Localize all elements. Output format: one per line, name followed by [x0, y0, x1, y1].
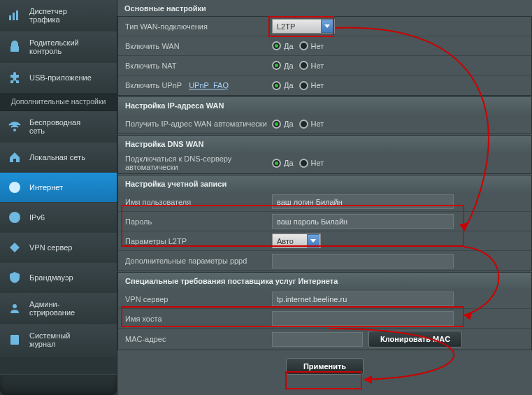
sidebar-item-traffic[interactable]: Диспетчер трафика	[0, 0, 117, 31]
svg-rect-2	[16, 10, 18, 20]
radio-nat-no[interactable]: Нет	[299, 61, 324, 70]
label-enable-wan: Включить WAN	[118, 42, 272, 50]
radio-dns-no[interactable]: Нет	[299, 159, 324, 168]
label-dns-auto: Подключаться к DNS-серверу автоматически	[118, 155, 272, 171]
sidebar-item-usb[interactable]: USB-приложение	[0, 63, 117, 93]
vpn-icon	[7, 240, 22, 255]
label-conn-type: Тип WAN-подключения	[118, 22, 272, 31]
chevron-down-icon	[321, 20, 333, 33]
radio-nat-yes[interactable]: Да	[272, 61, 294, 70]
svg-rect-3	[10, 46, 19, 52]
sidebar-item-label: IPv6	[29, 213, 45, 222]
upnp-faq-link[interactable]: UPnP_FAQ	[189, 81, 229, 89]
sidebar-item-ipv6[interactable]: IPv6	[0, 203, 117, 233]
label-enable-nat: Включить NAT	[118, 62, 272, 70]
chart-bars-icon	[7, 8, 22, 23]
svg-rect-0	[9, 15, 11, 20]
sidebar-item-label: VPN сервер	[29, 243, 72, 252]
username-input[interactable]	[272, 194, 454, 209]
mac-input[interactable]	[272, 332, 363, 347]
label-mac: MAC-адрес	[118, 335, 272, 343]
sidebar-item-parental[interactable]: Родительский контроль	[0, 31, 117, 63]
sidebar-item-label: Родительский контроль	[29, 38, 79, 55]
svg-rect-11	[12, 341, 15, 343]
header-account: Настройка учетной записи	[118, 175, 531, 192]
sidebar-item-label: Брандмауэр	[29, 273, 73, 282]
puzzle-icon	[7, 70, 22, 85]
radio-wanip-no[interactable]: Нет	[299, 120, 324, 129]
main-panel: Основные настройки Тип WAN-подключения L…	[117, 0, 532, 395]
svg-rect-1	[13, 13, 15, 20]
svg-rect-9	[12, 337, 17, 338]
sidebar-item-syslog[interactable]: Системный журнал	[0, 324, 117, 356]
label-username: Имя пользователя	[118, 198, 272, 206]
l2tp-value: Авто	[277, 237, 294, 245]
sidebar-item-admin[interactable]: Админи- стрирование	[0, 293, 117, 324]
radio-upnp-no[interactable]: Нет	[299, 81, 324, 90]
svg-point-6	[9, 212, 20, 223]
sidebar-section-title: Дополнительные настройки	[0, 93, 117, 111]
sidebar-item-firewall[interactable]: Брандмауэр	[0, 263, 117, 293]
password-input[interactable]	[272, 214, 454, 229]
vpn-server-input[interactable]	[272, 292, 454, 306]
sidebar-item-label: Локальная сеть	[29, 153, 85, 161]
label-pppd: Дополнительные параметры pppd	[118, 257, 272, 265]
sidebar-item-internet[interactable]: Интернет	[0, 173, 117, 203]
notes-icon	[7, 332, 22, 347]
label-enable-upnp: Включить UPnP UPnP_FAQ	[118, 81, 272, 89]
l2tp-select[interactable]: Авто	[272, 234, 321, 248]
sidebar-item-label: USB-приложение	[29, 73, 92, 82]
radio-wan-no[interactable]: Нет	[299, 41, 324, 50]
admin-icon	[7, 301, 22, 316]
svg-point-7	[13, 304, 17, 308]
shield-icon	[7, 270, 22, 285]
label-l2tp: Параметры L2TP	[118, 237, 272, 245]
sidebar-item-wireless[interactable]: Беспроводная сеть	[0, 111, 117, 143]
sidebar-item-label: Интернет	[29, 183, 63, 192]
svg-rect-10	[12, 339, 17, 340]
conn-type-value: L2TP	[277, 22, 295, 31]
sidebar-item-vpn[interactable]: VPN сервер	[0, 233, 117, 263]
pppd-input[interactable]	[272, 254, 454, 268]
sidebar-item-label: Беспроводная сеть	[29, 118, 80, 135]
label-wan-ip-auto: Получить IP-адрес WAN автоматически	[118, 120, 272, 128]
radio-upnp-yes[interactable]: Да	[272, 81, 294, 90]
sidebar-item-label: Системный журнал	[29, 331, 70, 348]
host-input[interactable]	[272, 311, 454, 326]
sidebar-item-label: Диспетчер трафика	[29, 7, 67, 24]
label-host: Имя хоста	[118, 315, 272, 323]
clone-mac-button[interactable]: Клонировать MAC	[368, 331, 462, 347]
sidebar-item-lan[interactable]: Локальная сеть	[0, 143, 117, 173]
radio-wanip-yes[interactable]: Да	[272, 120, 294, 129]
header-isp: Специальные требования поставщика услуг …	[118, 273, 531, 289]
header-dns: Настройка DNS WAN	[118, 136, 531, 152]
apply-button[interactable]: Применить	[286, 358, 364, 375]
label-vpn-server: VPN сервер	[118, 295, 272, 303]
header-wan-ip: Настройка IP-адреса WAN	[118, 97, 531, 114]
conn-type-select[interactable]: L2TP	[272, 19, 335, 34]
label-password: Пароль	[118, 217, 272, 226]
sidebar-item-label: Админи- стрирование	[29, 300, 75, 317]
lock-icon	[7, 39, 22, 55]
ip-icon	[7, 210, 22, 225]
home-icon	[7, 150, 22, 165]
svg-point-4	[13, 129, 16, 131]
chevron-down-icon	[307, 234, 319, 247]
radio-wan-yes[interactable]: Да	[272, 41, 294, 50]
globe-icon	[7, 180, 22, 195]
wifi-icon	[7, 119, 22, 134]
sidebar: Диспетчер трафика Родительский контроль …	[0, 0, 117, 395]
header-basic: Основные настройки	[117, 0, 532, 15]
radio-dns-yes[interactable]: Да	[272, 159, 294, 168]
